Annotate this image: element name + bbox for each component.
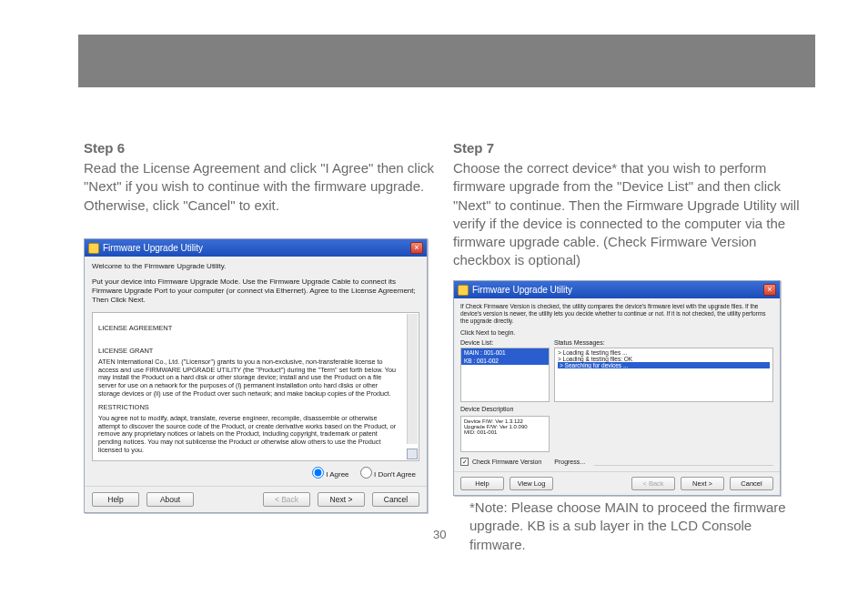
page-number: 30: [433, 528, 446, 541]
next-button[interactable]: Next >: [681, 477, 724, 490]
scrollbar-track[interactable]: [407, 314, 418, 444]
dialog2-title: Firmware Upgrade Utility: [472, 285, 572, 295]
back-button: < Back: [631, 477, 675, 490]
left-column: Step 6 Read the License Agreement and cl…: [84, 140, 448, 215]
status-messages-box[interactable]: > Loading & testing files ... > Loading …: [554, 348, 773, 402]
step7-paragraph: Choose the correct device* that you wish…: [453, 159, 817, 270]
dialog2-titlebar: Firmware Upgrade Utility ×: [454, 281, 780, 298]
scroll-down-icon[interactable]: [407, 449, 418, 459]
app-icon: [88, 243, 99, 254]
status-line-1: > Loading & testing files ...: [558, 349, 770, 356]
dialog1-titlebar: Firmware Upgrade Utility ×: [85, 239, 427, 257]
device-listbox[interactable]: MAIN : 001-001 KB : 001-002: [460, 348, 550, 402]
status-line-3: > Searching for devices ...: [558, 362, 770, 368]
page-header-bar: [78, 35, 815, 87]
radio-i-dont-agree[interactable]: I Don't Agree: [360, 470, 416, 479]
device-item-kb[interactable]: KB : 001-002: [461, 357, 549, 365]
dialog2-button-row: Help View Log < Back Next > Cancel: [454, 471, 780, 495]
step6-heading: Step 6: [84, 140, 448, 156]
dialog2-click-next: Click Next to begin.: [460, 329, 773, 336]
device-list-label: Device List:: [460, 339, 550, 346]
firmware-upgrade-dialog-devices: Firmware Upgrade Utility × If Check Firm…: [453, 280, 781, 496]
about-button[interactable]: About: [146, 492, 194, 507]
desc-mid: MID: 001-001: [464, 429, 546, 435]
progress-label: Progress...: [554, 459, 585, 465]
step6-paragraph: Read the License Agreement and click "I …: [84, 159, 448, 215]
dialog1-button-row: Help About < Back Next > Cancel: [85, 486, 427, 512]
status-line-2: > Loading & testing files: OK: [558, 356, 770, 362]
back-button: < Back: [263, 492, 310, 507]
license-restrictions-text: You agree not to modify, adapt, translat…: [98, 415, 413, 454]
cancel-button[interactable]: Cancel: [730, 477, 773, 490]
close-icon[interactable]: ×: [763, 284, 776, 296]
status-messages-label: Status Messages:: [554, 339, 773, 346]
step7-note: *Note: Please choose MAIN to proceed the…: [469, 499, 797, 554]
device-description-box: Device F/W: Ver 1.3.122 Upgrade F/W: Ver…: [460, 416, 550, 452]
device-description-label: Device Description: [460, 406, 550, 412]
welcome-text: Welcome to the Firmware Upgrade Utility.: [92, 262, 419, 270]
license-heading-restrictions: RESTRICTIONS: [98, 403, 413, 411]
next-button[interactable]: Next >: [318, 492, 365, 507]
help-button[interactable]: Help: [460, 477, 504, 490]
app-icon: [458, 285, 469, 296]
license-textbox[interactable]: LICENSE AGREEMENT LICENSE GRANT ATEN Int…: [92, 312, 419, 461]
license-heading-agreement: LICENSE AGREEMENT: [98, 324, 413, 332]
radio-i-agree[interactable]: I Agree: [312, 470, 349, 479]
view-log-button[interactable]: View Log: [510, 477, 553, 490]
device-item-main[interactable]: MAIN : 001-001: [461, 348, 549, 357]
firmware-upgrade-dialog-license: Firmware Upgrade Utility × Welcome to th…: [84, 238, 428, 513]
agree-radio-group: I Agree I Don't Agree: [92, 467, 416, 479]
close-icon[interactable]: ×: [410, 242, 423, 254]
instruction-text: Put your device into Firmware Upgrade Mo…: [92, 277, 419, 305]
check-firmware-label: Check Firmware Version: [472, 459, 541, 465]
dialog2-description: If Check Firmware Version is checked, th…: [460, 303, 773, 324]
dialog1-title: Firmware Upgrade Utility: [103, 243, 203, 253]
cancel-button[interactable]: Cancel: [372, 492, 419, 507]
progress-bar: [594, 465, 773, 466]
license-grant-text: ATEN International Co., Ltd. ("Licensor"…: [98, 358, 413, 398]
right-column: Step 7 Choose the correct device* that y…: [453, 140, 817, 270]
help-button[interactable]: Help: [92, 492, 139, 507]
step7-heading: Step 7: [453, 140, 817, 156]
license-heading-grant: LICENSE GRANT: [98, 347, 413, 355]
check-firmware-checkbox[interactable]: ✓: [460, 458, 469, 466]
